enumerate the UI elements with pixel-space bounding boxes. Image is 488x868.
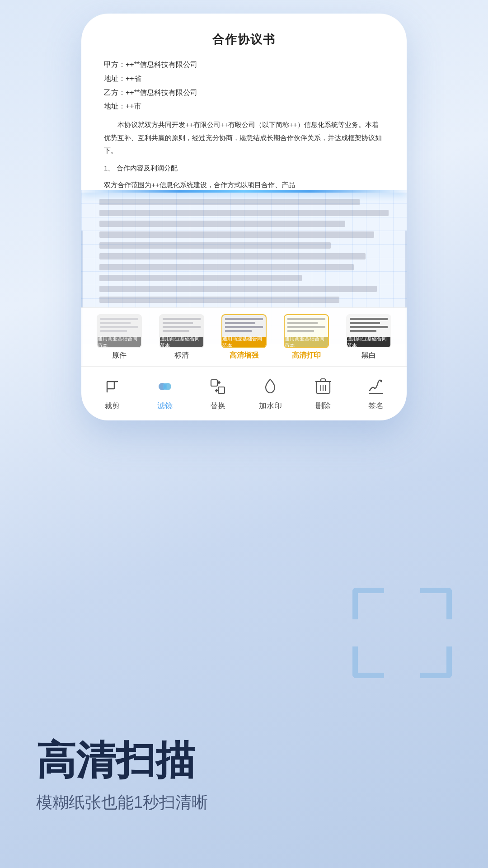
filter-bw-thumb: 通用商业基础合同范本: [346, 314, 391, 348]
tool-replace[interactable]: 替换: [195, 376, 240, 411]
filter-standard-bottom-label: 通用商业基础合同范本: [160, 335, 203, 348]
filter-hd-enhance-label: 高清增强: [230, 351, 258, 360]
svg-rect-0: [107, 382, 114, 389]
phone-screen: 合作协议书 甲方：++**信息科技有限公司 地址：++省 乙方：++**信息科技…: [81, 14, 407, 420]
doc-line-4: 地址：++市: [104, 100, 384, 113]
doc-section-1-text: 双方合作范围为++信息化系统建设，合作方式以项目合作、产品: [104, 179, 384, 191]
tool-watermark[interactable]: 加水印: [248, 376, 293, 411]
doc-section-1: 1、 合作内容及利润分配: [104, 162, 384, 174]
filter-standard-thumb: 通用商业基础合同范本: [159, 314, 204, 348]
tool-delete-label: 删除: [315, 401, 331, 411]
delete-icon: [313, 376, 333, 397]
doc-line-3: 乙方：++**信息科技有限公司: [104, 86, 384, 99]
filter-hd-print-thumb: 通用商业基础合同范本: [284, 314, 329, 348]
watermark-icon: [260, 376, 281, 397]
filter-bw[interactable]: 通用商业基础合同范本 黑白: [344, 314, 394, 360]
document-title: 合作协议书: [104, 32, 384, 47]
svg-point-5: [163, 383, 167, 390]
filter-icon: [155, 376, 175, 397]
hero-main-title: 高清扫描: [36, 739, 452, 783]
hero-sub-title: 模糊纸张也能1秒扫清晰: [36, 792, 452, 814]
filter-hd-print-bottom-label: 通用商业基础合同范本: [285, 335, 328, 348]
doc-line-1: 甲方：++**信息科技有限公司: [104, 58, 384, 71]
filter-hd-enhance[interactable]: 通用商业基础合同范本 高清增强: [219, 314, 269, 360]
phone-mockup: 合作协议书 甲方：++**信息科技有限公司 地址：++省 乙方：++**信息科技…: [81, 14, 407, 420]
filter-original-bottom-label: 通用商业基础合同范本: [98, 335, 141, 348]
filter-standard[interactable]: 通用商业基础合同范本 标清: [157, 314, 206, 360]
filter-hd-print-label: 高清打印: [292, 351, 321, 360]
filter-bw-bottom-label: 通用商业基础合同范本: [347, 335, 390, 348]
scan-corner-br: [420, 646, 452, 678]
svg-rect-10: [321, 379, 325, 382]
signature-icon: [366, 376, 386, 397]
filter-hd-print[interactable]: 通用商业基础合同范本 高清打印: [282, 314, 331, 360]
tool-filter-label: 滤镜: [157, 401, 173, 411]
tool-signature[interactable]: 签名: [353, 376, 399, 411]
svg-rect-6: [211, 380, 217, 386]
tool-filter[interactable]: 滤镜: [142, 376, 188, 411]
doc-line-2: 地址：++省: [104, 72, 384, 85]
filter-hd-enhance-bottom-label: 通用商业基础合同范本: [222, 335, 266, 348]
scan-line: [81, 190, 407, 193]
replace-icon: [207, 376, 228, 397]
doc-paragraph-1: 本协议就双方共同开发++有限公司++有殴公司（以下简称++）信息化系统等业务。本…: [104, 118, 384, 157]
scan-icon-large: [352, 588, 452, 678]
scan-corner-bl: [352, 646, 384, 678]
filter-original-label: 原件: [112, 351, 127, 360]
crop-icon: [102, 376, 122, 397]
tool-signature-label: 签名: [368, 401, 384, 411]
tool-replace-label: 替换: [210, 401, 225, 411]
filter-original-thumb: 通用商业基础合同范本: [97, 314, 142, 348]
svg-rect-7: [218, 387, 225, 393]
filter-original[interactable]: 通用商业基础合同范本 原件: [94, 314, 144, 360]
filter-standard-label: 标清: [174, 351, 189, 360]
bottom-section: 高清扫描 模糊纸张也能1秒扫清晰: [0, 479, 488, 868]
tool-crop-label: 裁剪: [104, 401, 120, 411]
filter-hd-enhance-thumb: 通用商业基础合同范本: [221, 314, 267, 348]
scan-corner-tr: [420, 588, 452, 619]
filter-bw-label: 黑白: [361, 351, 376, 360]
tool-crop[interactable]: 裁剪: [89, 376, 135, 411]
tool-watermark-label: 加水印: [259, 401, 282, 411]
scan-corner-tl: [352, 588, 384, 619]
filter-strip: 通用商业基础合同范本 原件 通用商业基础合同范本: [81, 307, 407, 366]
toolbar: 裁剪 滤镜: [81, 366, 407, 420]
tool-delete[interactable]: 删除: [300, 376, 346, 411]
